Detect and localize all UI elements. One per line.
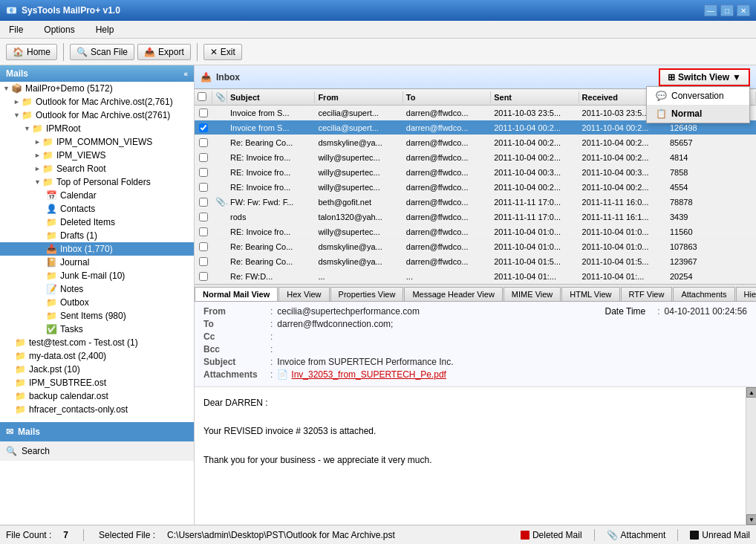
menu-file[interactable]: File [3,23,29,36]
attachment-file[interactable]: Inv_32053_from_SUPERTECH_Pe.pdf [291,369,446,380]
row-checkbox-5[interactable] [195,167,212,178]
expand-icon-outlook-mac-261[interactable]: ► [13,98,20,106]
dropdown-conversation[interactable]: 💬 Conversation [647,87,749,105]
tab-attachments[interactable]: Attachments [673,287,734,301]
menu-options[interactable]: Options [38,23,80,36]
mail-row-8[interactable]: rodstalon1320@yah...darren@ffwdco...2011… [195,210,756,224]
sidebar-item-contacts[interactable]: 👤Contacts [0,202,194,216]
checkbox-input-9[interactable] [199,227,208,236]
sidebar-item-deleted-items[interactable]: 📁Deleted Items [0,216,194,229]
tab-mime[interactable]: MIME View [504,287,561,301]
col-from-header[interactable]: From [315,91,403,103]
checkbox-input-1[interactable] [199,109,208,117]
mail-row-9[interactable]: RE: Invoice fro...willy@supertec...darre… [195,224,756,239]
tab-hierac[interactable]: Hierac... [736,287,756,301]
scan-file-button[interactable]: 🔍 Scan File [70,44,134,60]
tab-message-header[interactable]: Message Header View [404,287,502,301]
sidebar-item-outbox[interactable]: 📁Outbox [0,296,194,309]
sidebar-item-jack-pst[interactable]: 📁Jack.pst (10) [0,363,194,376]
tab-html[interactable]: HTML View [561,287,619,301]
sidebar-item-search-root[interactable]: ►📁Search Root [0,162,194,175]
sidebar-item-drafts[interactable]: 📁Drafts (1) [0,229,194,242]
expand-icon-search-root[interactable]: ► [34,165,41,172]
expand-icon-mailpro-demo[interactable]: ▼ [3,85,10,92]
expand-icon-top-personal[interactable]: ▼ [34,178,41,186]
mail-row-6[interactable]: RE: Invoice fro...willy@supertec...darre… [195,180,756,195]
sidebar-item-ipm-common-views[interactable]: ►📁IPM_COMMON_VIEWS [0,135,194,149]
sidebar-collapse-button[interactable]: « [183,70,188,78]
sidebar-item-ipm-subtree[interactable]: 📁IPM_SUBTREE.ost [0,376,194,389]
tab-properties[interactable]: Properties View [330,287,404,301]
row-checkbox-7[interactable] [195,197,212,207]
minimize-button[interactable]: — [704,4,717,16]
switch-view-button[interactable]: ⊞ Switch View ▼ [659,68,750,86]
tab-normal-mail[interactable]: Normal Mail View [195,287,278,302]
checkbox-input-11[interactable] [199,257,208,266]
dropdown-normal[interactable]: 📋 Normal [647,105,749,123]
tab-hex[interactable]: Hex View [278,287,329,301]
exit-button[interactable]: ✕ Exit [203,44,242,60]
checkbox-input-8[interactable] [199,213,208,221]
sidebar-item-outlook-mac-261[interactable]: ►📁Outlook for Mac Archive.ost(2,761) [0,95,194,109]
checkbox-input-3[interactable] [199,138,208,147]
sidebar-item-tasks[interactable]: ✅Tasks [0,323,194,336]
home-button[interactable]: 🏠 Home [6,44,57,60]
checkbox-input-12[interactable] [199,272,208,281]
row-checkbox-8[interactable] [195,212,212,222]
checkbox-input-6[interactable] [199,183,208,192]
row-checkbox-6[interactable] [195,182,212,192]
checkbox-input-7[interactable] [199,198,208,207]
sidebar-item-top-personal[interactable]: ▼📁Top of Personal Folders [0,175,194,189]
row-checkbox-10[interactable] [195,242,212,252]
row-checkbox-12[interactable] [195,271,212,282]
mail-row-12[interactable]: Re: FW:D.........2011-10-04 01:...2011-1… [195,269,756,284]
sidebar-item-calendar[interactable]: 📅Calendar [0,189,194,202]
col-subject-header[interactable]: Subject [227,91,315,103]
sidebar-item-junk-email[interactable]: 📁Junk E-mail (10) [0,269,194,282]
export-button[interactable]: 📤 Export [137,44,191,60]
col-checkbox-header[interactable] [195,91,212,104]
col-sent-header[interactable]: Sent [491,91,579,103]
expand-icon-ipmroot[interactable]: ▼ [24,125,30,132]
expand-icon-ipm-views[interactable]: ► [34,152,41,159]
body-scrollbar[interactable]: ▲ ▼ [746,387,756,525]
scroll-down-button[interactable]: ▼ [746,514,756,525]
mail-row-5[interactable]: RE: Invoice fro...willy@supertec...darre… [195,165,756,180]
sidebar-item-journal[interactable]: 📔Journal [0,256,194,269]
sidebar-item-ipm-views[interactable]: ►📁IPM_VIEWS [0,149,194,162]
row-checkbox-3[interactable] [195,137,212,148]
menu-help[interactable]: Help [90,23,120,36]
row-checkbox-1[interactable] [195,108,212,118]
checkbox-input-5[interactable] [199,168,208,177]
expand-icon-outlook-mac-2761[interactable]: ▼ [13,111,20,119]
sidebar-item-mailpro-demo[interactable]: ▼📦MailPro+Demo (5172) [0,82,194,95]
sidebar-item-backup-calendar[interactable]: 📁backup calendar.ost [0,389,194,403]
row-checkbox-2[interactable] [195,123,212,133]
checkbox-input-10[interactable] [199,242,208,251]
scroll-up-button[interactable]: ▲ [746,387,756,398]
mail-row-4[interactable]: RE: Invoice fro...willy@supertec...darre… [195,150,756,165]
col-attach-header[interactable]: 📎 [212,91,227,103]
checkbox-input-2[interactable] [199,123,208,132]
sidebar-item-sent-items[interactable]: 📁Sent Items (980) [0,309,194,323]
mail-row-3[interactable]: Re: Bearing Co...dsmskyline@ya...darren@… [195,135,756,150]
row-checkbox-4[interactable] [195,152,212,163]
sidebar-item-ipmroot[interactable]: ▼📁IPMRoot [0,122,194,135]
mail-row-10[interactable]: Re: Bearing Co...dsmskyline@ya...darren@… [195,239,756,254]
sidebar-item-hfracer-contacts[interactable]: 📁hfracer_contacts-only.ost [0,403,194,416]
close-button[interactable]: ✕ [737,4,750,16]
select-all-checkbox[interactable] [198,92,206,101]
sidebar-item-test-ost[interactable]: 📁test@test.com - Test.ost (1) [0,336,194,349]
mails-nav-button[interactable]: ✉ Mails [0,422,194,441]
expand-icon-ipm-common-views[interactable]: ► [34,138,41,146]
sidebar-item-inbox[interactable]: 📥Inbox (1,770) [0,242,194,256]
tab-rtf[interactable]: RTF View [621,287,673,301]
checkbox-input-4[interactable] [199,153,208,162]
mail-row-11[interactable]: Re: Bearing Co...dsmskyline@ya...darren@… [195,254,756,269]
mail-row-7[interactable]: 📎FW: Fw: Fwd: F...beth@gofit.netdarren@f… [195,195,756,210]
row-checkbox-11[interactable] [195,256,212,267]
sidebar-item-notes[interactable]: 📝Notes [0,282,194,296]
col-to-header[interactable]: To [403,91,491,103]
search-nav-button[interactable]: 🔍 Search [0,441,194,461]
sidebar-item-outlook-mac-2761[interactable]: ▼📁Outlook for Mac Archive.ost(2761) [0,109,194,122]
